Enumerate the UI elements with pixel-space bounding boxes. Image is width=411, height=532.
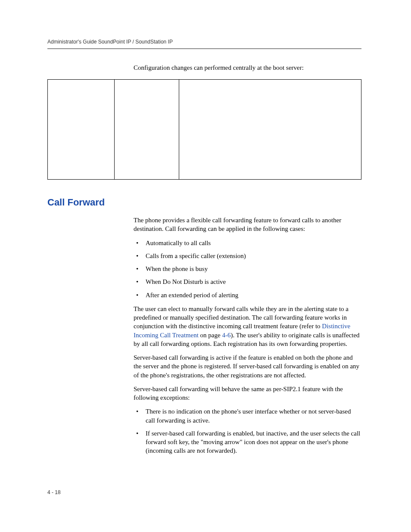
list-item: When Do Not Disturb is active <box>134 277 361 286</box>
bullet-list: There is no indication on the phone's us… <box>134 407 361 455</box>
paragraph: Server-based call forwarding will behave… <box>134 385 361 402</box>
list-item: Calls from a specific caller (extension) <box>134 252 361 260</box>
text-span: The user can elect to manually forward c… <box>134 305 349 330</box>
header-rule <box>47 48 361 49</box>
bullet-list: Automatically to all calls Calls from a … <box>134 239 361 299</box>
table-row <box>48 80 361 180</box>
intro-text: Configuration changes can performed cent… <box>134 64 361 72</box>
section-heading-call-forward: Call Forward <box>47 197 361 208</box>
running-header: Administrator's Guide SoundPoint IP / So… <box>47 39 361 45</box>
table-cell <box>48 80 115 180</box>
paragraph: Server-based call forwarding is active i… <box>134 353 361 380</box>
config-table <box>47 79 361 180</box>
table-cell <box>115 80 179 180</box>
paragraph: The user can elect to manually forward c… <box>134 305 361 348</box>
list-item: After an extended period of alerting <box>134 291 361 299</box>
list-item: When the phone is busy <box>134 264 361 273</box>
list-item: Automatically to all calls <box>134 239 361 247</box>
text-span: on page <box>199 332 222 339</box>
page-reference-link[interactable]: 4-6 <box>222 332 230 339</box>
table-cell <box>179 80 361 180</box>
list-item: If server-based call forwarding is enabl… <box>134 429 361 455</box>
paragraph: The phone provides a flexible call forwa… <box>134 216 361 233</box>
page-number: 4 - 18 <box>47 489 61 495</box>
list-item: There is no indication on the phone's us… <box>134 407 361 425</box>
